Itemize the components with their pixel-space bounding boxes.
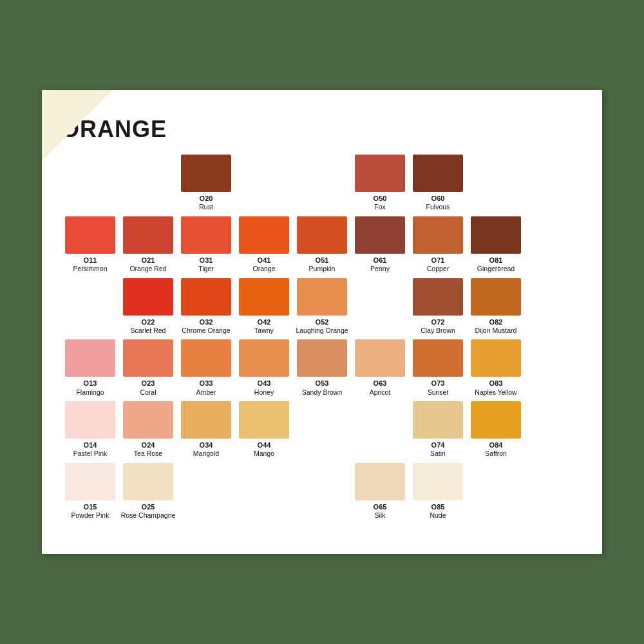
color-code-O44: O44 — [258, 441, 271, 450]
color-item-5-0: O15Powder Pink — [61, 463, 119, 520]
color-item-1-3: O41Orange — [235, 216, 293, 273]
color-name-O53: Sandy Brown — [302, 388, 342, 397]
color-name-O24: Tea Rose — [134, 450, 162, 458]
color-code-O82: O82 — [489, 318, 503, 327]
color-code-O32: O32 — [200, 318, 213, 327]
color-code-O42: O42 — [258, 318, 271, 327]
color-item-0-6: O60Fulvous — [409, 155, 467, 211]
color-code-O60: O60 — [431, 194, 445, 203]
color-row-3: O13FlamingoO23CoralO33AmberO43HoneyO53Sa… — [61, 339, 583, 396]
color-name-O20: Rust — [199, 203, 213, 211]
color-swatch-O61 — [355, 216, 405, 254]
color-swatch-O21 — [123, 216, 173, 254]
color-code-O25: O25 — [142, 503, 155, 511]
color-item-2-2: O32Chrome Orange — [177, 278, 235, 335]
color-name-O71: Copper — [427, 265, 449, 273]
color-swatch-O84 — [471, 401, 521, 439]
color-swatch-O74 — [413, 401, 463, 439]
color-swatch-O72 — [413, 278, 463, 316]
color-code-O14: O14 — [84, 441, 97, 450]
color-swatch-O51 — [297, 216, 347, 254]
color-code-O33: O33 — [200, 379, 213, 388]
color-name-O63: Apricot — [370, 388, 391, 397]
color-swatch-O43 — [239, 339, 289, 377]
color-name-O21: Orange Red — [129, 265, 166, 273]
color-code-O85: O85 — [431, 503, 445, 511]
color-name-O85: Nude — [430, 511, 446, 520]
color-code-O15: O15 — [84, 503, 97, 511]
color-code-O41: O41 — [258, 256, 271, 265]
color-swatch-O24 — [123, 401, 173, 439]
color-item-4-0: O14Pastel Pink — [61, 401, 119, 458]
color-name-O31: Tiger — [198, 265, 214, 273]
color-name-O60: Fulvous — [426, 203, 450, 211]
color-code-O20: O20 — [200, 194, 213, 203]
color-name-O73: Sunset — [428, 388, 449, 397]
color-item-1-4: O51Pumpkin — [293, 216, 351, 273]
color-item-3-1: O23Coral — [119, 339, 177, 396]
color-swatch-O73 — [413, 339, 463, 377]
color-code-O23: O23 — [142, 379, 155, 388]
color-swatch-O41 — [239, 216, 289, 254]
color-name-O82: Dijon Mustard — [475, 327, 517, 335]
color-name-O34: Marigold — [193, 450, 219, 458]
color-item-5-1: O25Rose Champagne — [119, 463, 177, 520]
color-name-O52: Laughing Orange — [296, 327, 348, 335]
color-item-4-7: O84Saffron — [467, 401, 525, 458]
color-item-3-7: O83Naples Yellow — [467, 339, 525, 396]
color-item-1-1: O21Orange Red — [119, 216, 177, 273]
color-name-O65: Silk — [375, 511, 386, 520]
color-code-O72: O72 — [431, 318, 445, 327]
color-name-O43: Honey — [254, 388, 274, 397]
color-item-4-3: O44Mango — [235, 401, 293, 458]
color-item-2-4: O52Laughing Orange — [293, 278, 351, 335]
color-swatch-O22 — [123, 278, 173, 316]
color-row-4: O14Pastel PinkO24Tea RoseO34MarigoldO44M… — [61, 401, 583, 458]
color-item-5-5: O65Silk — [351, 463, 409, 520]
color-name-O72: Clay Brown — [421, 327, 455, 335]
color-item-2-6: O72Clay Brown — [409, 278, 467, 335]
color-item-1-0: O11Persimmon — [61, 216, 119, 273]
color-item-3-0: O13Flamingo — [61, 339, 119, 396]
color-name-O81: Gingerbread — [477, 265, 515, 273]
color-item-1-5: O61Penny — [351, 216, 409, 273]
color-code-O74: O74 — [431, 441, 445, 450]
color-code-O34: O34 — [200, 441, 213, 450]
color-swatch-O82 — [471, 278, 521, 316]
color-item-4-2: O34Marigold — [177, 401, 235, 458]
color-swatch-O71 — [413, 216, 463, 254]
color-swatch-O11 — [65, 216, 115, 254]
colors-grid: XXXXO20RustXXXXO50FoxO60FulvousXXO11Pers… — [61, 155, 583, 520]
color-swatch-O65 — [355, 463, 405, 500]
color-code-O43: O43 — [258, 379, 271, 388]
color-item-0-5: O50Fox — [351, 155, 409, 211]
color-code-O11: O11 — [84, 256, 97, 265]
color-name-O15: Powder Pink — [71, 511, 109, 520]
color-item-3-5: O63Apricot — [351, 339, 409, 396]
color-code-O83: O83 — [489, 379, 503, 388]
color-name-O50: Fox — [374, 203, 386, 211]
color-item-1-2: O31Tiger — [177, 216, 235, 273]
color-row-5: O15Powder PinkO25Rose ChampagneXXXXXXO65… — [61, 463, 583, 520]
color-swatch-O31 — [181, 216, 231, 254]
color-name-O42: Tawny — [254, 327, 274, 335]
color-item-3-3: O43Honey — [235, 339, 293, 396]
color-code-O61: O61 — [374, 256, 387, 265]
color-code-O73: O73 — [431, 379, 445, 388]
color-code-O51: O51 — [316, 256, 329, 265]
color-code-O31: O31 — [200, 256, 213, 265]
color-swatch-O34 — [181, 401, 231, 439]
color-swatch-O50 — [355, 155, 405, 192]
color-item-4-6: O74Satin — [409, 401, 467, 458]
color-code-O71: O71 — [431, 256, 445, 265]
color-swatch-O81 — [471, 216, 521, 254]
color-swatch-O63 — [355, 339, 405, 377]
color-code-O13: O13 — [84, 379, 97, 388]
color-name-O32: Chrome Orange — [182, 327, 230, 335]
color-swatch-O83 — [471, 339, 521, 377]
color-code-O52: O52 — [316, 318, 329, 327]
color-name-O33: Amber — [196, 388, 216, 397]
color-name-O41: Orange — [252, 265, 275, 273]
color-name-O14: Pastel Pink — [73, 450, 108, 458]
color-swatch-O20 — [181, 155, 231, 192]
